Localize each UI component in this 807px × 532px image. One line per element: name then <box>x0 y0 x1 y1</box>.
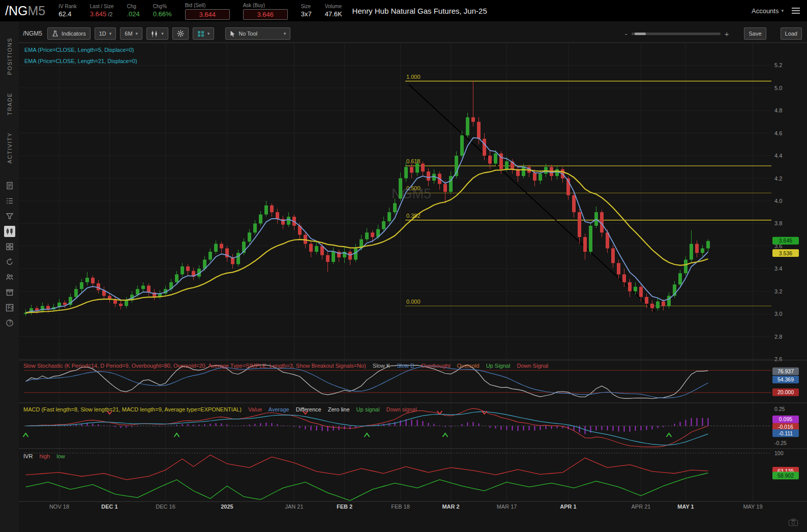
chevron-down-icon: ▾ <box>207 31 210 36</box>
ask-field: Ask (Buy) 3.646 <box>243 2 288 20</box>
svg-text:FEB 18: FEB 18 <box>391 504 410 510</box>
zoom-in-button[interactable]: + <box>725 29 729 38</box>
camera-icon[interactable] <box>789 519 798 528</box>
ask-button[interactable]: 3.646 <box>243 9 288 20</box>
cursor-icon <box>230 31 235 37</box>
iv-rank-label: IV Rank <box>58 3 77 10</box>
last-size-label: Last / Size <box>90 3 114 10</box>
bid-button[interactable]: 3.644 <box>185 9 230 20</box>
chart-icon[interactable] <box>4 226 15 237</box>
svg-text:FEB 2: FEB 2 <box>337 504 352 510</box>
chart-canvas[interactable]: 5.25.04.84.64.44.24.03.83.63.43.23.02.82… <box>19 21 807 532</box>
svg-text:MAY 1: MAY 1 <box>677 504 694 510</box>
people-icon[interactable] <box>4 272 15 283</box>
last-price: 3.645 <box>90 10 107 18</box>
tool-label: No Tool <box>238 31 257 37</box>
accounts-menu[interactable]: Accounts ▾ <box>752 7 784 15</box>
sidebar-tab-positions[interactable]: POSITIONS <box>7 38 13 75</box>
sidebar-tab-activity[interactable]: ACTIVITY <box>7 132 13 164</box>
chevron-down-icon: ▾ <box>161 31 164 36</box>
svg-text:4.6: 4.6 <box>774 130 782 136</box>
timeframe-select[interactable]: 1D ▾ <box>95 27 116 40</box>
last-size-field: Last / Size 3.645/2 <box>90 3 114 19</box>
svg-text:APR 1: APR 1 <box>560 504 576 510</box>
slow-k-label: Slow K <box>373 363 390 369</box>
ivr-title: IVR <box>23 453 33 459</box>
chg-value: .024 <box>127 10 139 18</box>
zoom-slider[interactable] <box>632 33 721 35</box>
macd-value-label: Value <box>248 406 262 412</box>
svg-text:76.937: 76.937 <box>778 368 794 374</box>
svg-text:4.8: 4.8 <box>774 107 782 113</box>
svg-text:0.500: 0.500 <box>406 185 421 191</box>
macd-legend: MACD (Fast length=8, Slow length=21, MAC… <box>23 406 422 412</box>
svg-text:DEC 1: DEC 1 <box>101 504 117 510</box>
svg-text:3.0: 3.0 <box>774 311 782 317</box>
svg-text:58.902: 58.902 <box>778 472 794 479</box>
zoom-slider-handle[interactable] <box>635 33 646 35</box>
svg-text:2.8: 2.8 <box>774 334 782 340</box>
chg-pct-field: Chg% 0.66% <box>153 3 172 18</box>
svg-text:?: ? <box>8 320 11 326</box>
down-signal-label: Down Signal <box>517 363 548 369</box>
svg-text:3.645: 3.645 <box>779 238 792 244</box>
svg-text:1.000: 1.000 <box>406 74 421 80</box>
chevron-down-icon: ▾ <box>136 31 138 36</box>
bid-field: Bid (Sell) 3.644 <box>185 2 230 20</box>
svg-text:3.8: 3.8 <box>774 220 782 226</box>
load-button[interactable]: Load <box>781 27 802 40</box>
fx-icon[interactable]: Fz <box>4 302 15 313</box>
volume-field: Volume 47.6K <box>325 3 342 18</box>
chg-label: Chg <box>127 3 136 10</box>
drawing-tool-select[interactable]: No Tool ▾ <box>225 27 290 40</box>
grid-icon[interactable] <box>4 241 15 252</box>
multi-grid-icon <box>197 31 204 37</box>
svg-text:0.095: 0.095 <box>779 416 792 422</box>
svg-text:0.618: 0.618 <box>406 158 421 164</box>
svg-text:20.000: 20.000 <box>778 389 794 395</box>
filter-icon[interactable] <box>4 211 15 222</box>
slow-d-label: Slow D <box>397 363 414 369</box>
top-header: /NGM5 IV Rank 62.4 Last / Size 3.645/2 C… <box>0 0 807 21</box>
help-icon[interactable]: ? <box>4 317 15 329</box>
sidebar-tab-trade[interactable]: TRADE <box>7 93 13 115</box>
svg-text:0.000: 0.000 <box>406 299 421 305</box>
candle-chart-icon <box>151 31 158 37</box>
list-icon[interactable] <box>4 195 15 206</box>
svg-text:MAY 19: MAY 19 <box>743 504 762 510</box>
menu-icon[interactable] <box>792 8 800 14</box>
timeframe-value: 1D <box>99 31 106 37</box>
symbol-title: /NGM5 <box>5 4 45 18</box>
ema5-legend: EMA (Price=CLOSE, Length=5, Displace=0) <box>24 47 134 53</box>
range-value: 6M <box>125 31 132 37</box>
save-button[interactable]: Save <box>744 27 766 40</box>
svg-text:-0.111: -0.111 <box>779 430 793 436</box>
svg-text:MAR 2: MAR 2 <box>442 504 459 510</box>
svg-text:DEC 16: DEC 16 <box>156 504 175 510</box>
svg-text:2025: 2025 <box>221 504 233 510</box>
left-sidebar: POSITIONS TRADE ACTIVITY Fz ? <box>0 21 19 532</box>
document-icon[interactable] <box>4 180 15 191</box>
indicators-label: Indicators <box>62 31 86 37</box>
ema21-legend: EMA (Price=CLOSE, Length=21, Displace=0) <box>24 58 137 64</box>
archive-icon[interactable] <box>4 287 15 298</box>
iv-rank-value: 62.4 <box>58 10 71 18</box>
zoom-out-button[interactable]: - <box>625 29 627 38</box>
refresh-icon[interactable] <box>4 256 15 268</box>
chart-area: 5.25.04.84.64.44.24.03.83.63.43.23.02.82… <box>19 21 807 532</box>
macd-zero-label: Zero line <box>328 406 350 412</box>
stochastic-title: Slow Stochastic (K Period=14, D Period=9… <box>23 363 366 369</box>
range-select[interactable]: 6M ▾ <box>120 27 142 40</box>
svg-text:-0.25: -0.25 <box>774 440 787 446</box>
ask-label: Ask (Buy) <box>243 2 265 9</box>
settings-button[interactable] <box>172 27 189 40</box>
gear-icon <box>177 30 184 37</box>
svg-text:100: 100 <box>774 450 784 456</box>
svg-text:5.0: 5.0 <box>774 85 782 91</box>
layout-grid-select[interactable]: ▾ <box>193 27 215 40</box>
last-size: /2 <box>108 10 112 19</box>
macd-difference-label: Difference <box>296 406 321 412</box>
symbol-root: /NG <box>5 4 27 18</box>
indicators-button[interactable]: Indicators <box>47 27 91 40</box>
chart-type-select[interactable]: ▾ <box>146 27 168 40</box>
